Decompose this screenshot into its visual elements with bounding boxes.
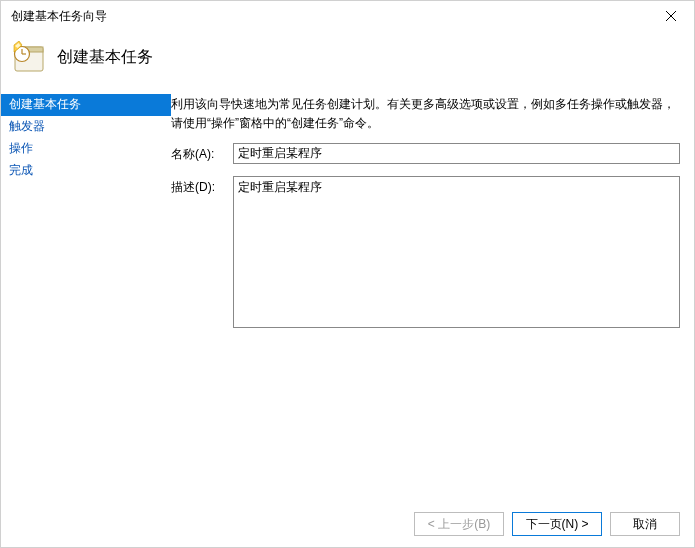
- window-title: 创建基本任务向导: [11, 8, 107, 25]
- wizard-body: 创建基本任务 触发器 操作 完成 利用该向导快速地为常见任务创建计划。有关更多高…: [1, 91, 694, 501]
- instruction-text: 利用该向导快速地为常见任务创建计划。有关更多高级选项或设置，例如多任务操作或触发…: [171, 95, 680, 133]
- titlebar: 创建基本任务向导: [1, 1, 694, 31]
- sidebar-item-finish[interactable]: 完成: [1, 160, 171, 182]
- wizard-title: 创建基本任务: [57, 47, 153, 68]
- sidebar-item-create-basic-task[interactable]: 创建基本任务: [1, 94, 171, 116]
- close-button[interactable]: [648, 1, 694, 31]
- footer: < 上一步(B) 下一页(N) > 取消: [1, 501, 694, 547]
- name-input[interactable]: [233, 143, 680, 164]
- sidebar-item-trigger[interactable]: 触发器: [1, 116, 171, 138]
- sidebar-item-label: 操作: [9, 141, 33, 155]
- sidebar-item-action[interactable]: 操作: [1, 138, 171, 160]
- next-button[interactable]: 下一页(N) >: [512, 512, 602, 536]
- sidebar-item-label: 创建基本任务: [9, 97, 81, 111]
- sidebar-item-label: 触发器: [9, 119, 45, 133]
- sidebar: 创建基本任务 触发器 操作 完成: [1, 91, 171, 501]
- wizard-header: 创建基本任务: [1, 31, 694, 91]
- description-row: 描述(D):: [171, 176, 680, 328]
- description-label: 描述(D):: [171, 176, 233, 196]
- cancel-button[interactable]: 取消: [610, 512, 680, 536]
- content-pane: 利用该向导快速地为常见任务创建计划。有关更多高级选项或设置，例如多任务操作或触发…: [171, 91, 694, 501]
- description-input[interactable]: [233, 176, 680, 328]
- task-clock-icon: [13, 41, 45, 73]
- name-row: 名称(A):: [171, 143, 680, 164]
- close-icon: [666, 11, 676, 21]
- sidebar-item-label: 完成: [9, 163, 33, 177]
- back-button: < 上一步(B): [414, 512, 504, 536]
- name-label: 名称(A):: [171, 143, 233, 163]
